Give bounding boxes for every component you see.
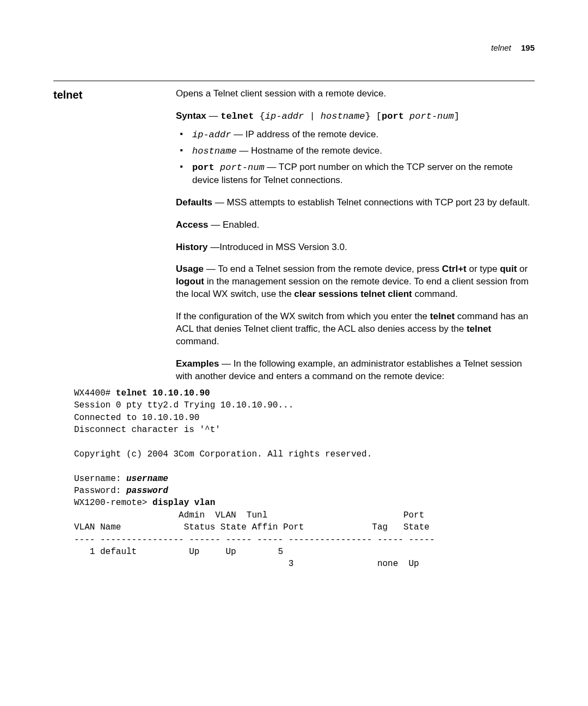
param-hostname-code: hostname [192,146,237,156]
usage-logout: logout [176,276,204,287]
intro-paragraph: Opens a Telnet client session with a rem… [176,88,535,100]
param-hostname-desc: — Hostname of the remote device. [237,145,382,156]
running-header: telnet 195 [491,42,535,53]
syntax-line: Syntax — telnet {ip-addr | hostname} [po… [176,110,535,123]
history-paragraph: History —Introduced in MSS Version 3.0. [176,241,535,254]
header-cmd: telnet [491,43,511,52]
usage-e: command. [412,289,458,299]
param-ipaddr-desc: — IP address of the remote device. [231,129,378,139]
usage-paragraph: Usage — To end a Telnet session from the… [176,263,535,301]
page: telnet 195 telnet Opens a Telnet client … [0,0,588,706]
if-c: command. [176,336,219,346]
header-page-number: 195 [521,43,535,52]
defaults-paragraph: Defaults — MSS attempts to establish Tel… [176,197,535,209]
access-text: — Enabled. [209,220,260,230]
left-column: telnet [53,88,176,387]
syntax-bracket-close: ] [454,111,460,121]
syntax-arg-hosts: ip-addr | hostname [265,111,365,121]
access-paragraph: Access — Enabled. [176,219,535,232]
usage-quit: quit [500,264,517,274]
examples-label: Examples [176,358,219,369]
usage-label: Usage [176,264,204,274]
usage-b: or type [467,264,500,274]
syntax-brace-close: } [ [365,111,382,121]
param-hostname: hostname — Hostname of the remote device… [176,145,535,158]
usage-a: — To end a Telnet session from the remot… [204,264,442,274]
examples-text: — In the following example, an administr… [176,358,522,381]
param-port-kw: port [192,162,215,173]
history-label: History [176,242,208,252]
param-port-arg: port-num [215,162,265,173]
section-title: telnet [53,88,176,102]
defaults-label: Defaults [176,197,212,208]
syntax-dash: — [206,111,220,121]
if-telnet2: telnet [467,324,491,334]
param-ipaddr-code: ip-addr [192,130,231,140]
if-telnet: telnet [430,311,455,321]
history-text: —Introduced in MSS Version 3.0. [208,242,347,252]
examples-paragraph: Examples — In the following example, an … [176,358,535,383]
usage-c: or [517,264,528,274]
syntax-cmd: telnet [220,111,254,121]
syntax-brace-open: { [254,111,265,121]
param-list: ip-addr — IP address of the remote devic… [176,129,535,187]
top-rule [53,81,535,81]
right-column: Opens a Telnet client session with a rem… [176,88,535,387]
if-paragraph: If the configuration of the WX switch fr… [176,311,535,348]
syntax-port-arg: port-num [404,111,454,121]
param-port: port port-num — TCP port number on which… [176,161,535,187]
usage-ctrlt: Ctrl+t [442,264,467,274]
syntax-port-kw: port [382,111,404,121]
if-a: If the configuration of the WX switch fr… [176,311,430,321]
usage-clear: clear sessions telnet client [294,289,412,299]
param-ipaddr: ip-addr — IP address of the remote devic… [176,129,535,142]
access-label: Access [176,220,209,230]
syntax-label: Syntax [176,111,206,121]
terminal-output: WX4400# telnet 10.10.10.90 Session 0 pty… [53,387,535,570]
defaults-text: — MSS attempts to establish Telnet conne… [212,197,530,208]
content: telnet Opens a Telnet client session wit… [53,88,535,387]
